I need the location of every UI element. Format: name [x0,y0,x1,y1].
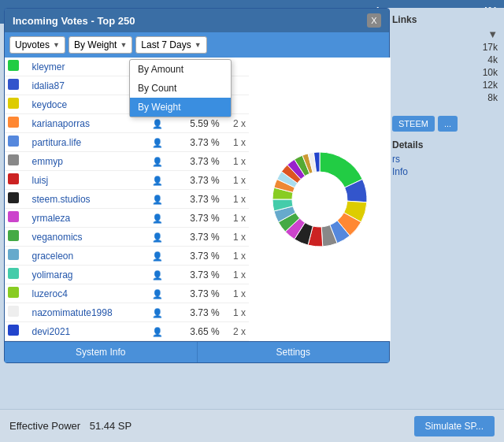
system-info-button[interactable]: System Info [5,342,198,362]
pct-cell: 3.73 % [173,171,223,190]
color-swatch [5,114,29,133]
person-icon: 👤 [152,157,163,166]
person-icon: 👤 [152,214,163,223]
count-cell: 1 x [223,266,249,284]
count-cell: 2 x [223,322,249,341]
color-swatch [5,171,29,190]
color-swatch [5,133,29,152]
count-cell: 1 x [223,152,249,171]
chevron-down-icon: ▼ [53,41,60,49]
more-button[interactable]: ... [438,116,458,132]
color-swatch [5,76,29,95]
stat-4: 12k [392,80,498,91]
user-icon-cell: 👤 [149,133,173,152]
donut-chart-area [249,58,391,341]
modal-footer: System Info Settings [5,341,389,362]
rs-link[interactable]: rs [392,154,498,165]
person-icon: 👤 [152,138,163,147]
simulate-sp-button[interactable]: Simulate SP... [414,416,495,436]
color-swatch [5,152,29,171]
chevron-down-icon: ▼ [487,28,498,40]
person-icon: 👤 [152,232,163,242]
table-row[interactable]: yolimarag 👤 3.73 % 1 x [5,266,249,284]
info-link[interactable]: Info [392,166,498,177]
person-icon: 👤 [152,289,163,299]
table-row[interactable]: veganomics 👤 3.73 % 1 x [5,228,249,247]
user-name[interactable]: partitura.life [29,133,150,152]
close-button[interactable]: X [367,13,381,28]
bottom-bar: Effective Power 51.44 SP Simulate SP... [0,409,504,442]
color-swatch [5,95,29,114]
by-amount-option[interactable]: By Amount [130,60,231,79]
table-row[interactable]: partitura.life 👤 3.73 % 1 x [5,133,249,152]
modal-header: Incoming Votes - Top 250 X [5,9,389,32]
pct-cell: 3.73 % [173,152,223,171]
table-row[interactable]: nazomimatute1998 👤 3.73 % 1 x [5,303,249,322]
pct-cell: 3.73 % [173,133,223,152]
table-row[interactable]: graceleon 👤 3.73 % 1 x [5,247,249,266]
user-icon-cell: 👤 [149,247,173,266]
stat-1: 17k [392,42,498,53]
steem-button[interactable]: STEEM [392,116,435,132]
user-name[interactable]: veganomics [29,228,150,247]
count-cell: 1 x [223,171,249,190]
effective-power-section: Effective Power 51.44 SP [9,420,132,432]
pct-cell: 3.73 % [173,284,223,303]
table-row[interactable]: luisj 👤 3.73 % 1 x [5,171,249,190]
table-row[interactable]: yrmaleza 👤 3.73 % 1 x [5,209,249,228]
user-name[interactable]: yrmaleza [29,209,150,228]
by-weight-option[interactable]: By Weight [130,98,231,117]
color-swatch [5,209,29,228]
chevron-down-icon: ▼ [120,41,127,49]
pct-cell: 3.73 % [173,247,223,266]
incoming-votes-modal: Incoming Votes - Top 250 X Upvotes ▼ By … [4,8,390,363]
user-name[interactable]: graceleon [29,247,150,266]
table-row[interactable]: steem.studios 👤 3.73 % 1 x [5,190,249,209]
count-cell: 1 x [223,133,249,152]
user-name[interactable]: emmyp [29,152,150,171]
user-name[interactable]: steem.studios [29,190,150,209]
user-name[interactable]: nazomimatute1998 [29,303,150,322]
pct-cell: 3.73 % [173,266,223,284]
links-title: Links [392,14,498,25]
person-icon: 👤 [152,270,163,280]
color-swatch [5,266,29,284]
user-icon-cell: 👤 [149,322,173,341]
table-row[interactable]: luzeroc4 👤 3.73 % 1 x [5,284,249,303]
user-icon-cell: 👤 [149,228,173,247]
pct-cell: 3.65 % [173,322,223,341]
person-icon: 👤 [152,195,163,204]
color-swatch [5,247,29,266]
pct-cell: 3.73 % [173,209,223,228]
color-swatch [5,190,29,209]
user-name[interactable]: luzeroc4 [29,284,150,303]
user-name[interactable]: devi2021 [29,322,150,341]
chevron-down-icon: ▼ [195,41,202,49]
user-name[interactable]: luisj [29,171,150,190]
person-icon: 👤 [152,327,163,336]
upvotes-dropdown[interactable]: Upvotes ▼ [9,36,65,54]
date-range-dropdown[interactable]: Last 7 Days ▼ [135,36,206,54]
settings-button[interactable]: Settings [198,342,390,362]
stat-2: 4k [392,54,498,65]
stat-3: 10k [392,67,498,78]
count-cell: 1 x [223,284,249,303]
table-row[interactable]: emmyp 👤 3.73 % 1 x [5,152,249,171]
by-count-option[interactable]: By Count [130,79,231,98]
user-name[interactable]: yolimarag [29,266,150,284]
count-cell: 1 x [223,228,249,247]
user-icon-cell: 👤 [149,209,173,228]
color-swatch [5,284,29,303]
count-cell: 1 x [223,303,249,322]
person-icon: 👤 [152,176,163,185]
by-weight-dropdown[interactable]: By Weight ▼ [69,36,132,54]
color-swatch [5,58,29,76]
user-icon-cell: 👤 [149,171,173,190]
effective-power-label: Effective Power [9,420,80,432]
table-row[interactable]: devi2021 👤 3.65 % 2 x [5,322,249,341]
pct-cell: 3.73 % [173,303,223,322]
color-swatch [5,228,29,247]
user-icon-cell: 👤 [149,266,173,284]
count-cell: 1 x [223,209,249,228]
pct-cell: 3.73 % [173,228,223,247]
